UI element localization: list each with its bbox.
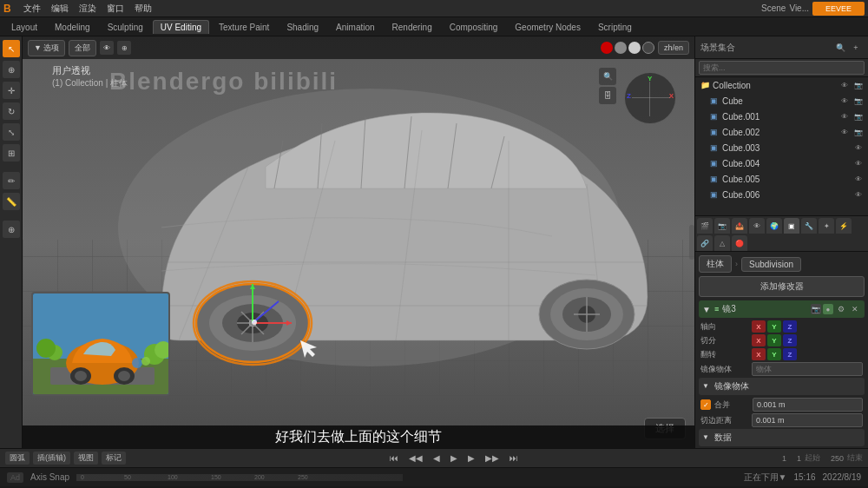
scene-search-input[interactable] [699,61,865,75]
frame-mode-btn[interactable]: 圆弧 [5,452,30,465]
outliner-add-icon[interactable]: + [849,41,863,55]
tl-play[interactable]: ▶ [447,452,461,464]
tool-move[interactable]: ✛ [3,82,20,99]
outliner-visibility-cube005[interactable]: 👁 [852,173,865,185]
outliner-visibility-collection[interactable]: 👁 [838,79,851,91]
prop-tab-constraints[interactable]: 🔗 [697,235,713,251]
outliner-item-cube002[interactable]: ▣ Cube.002 👁 📷 [695,124,868,140]
render-preview-solid[interactable] [601,42,613,54]
tl-next-frame[interactable]: ▶ [464,452,478,464]
viewport-mode-btn[interactable]: ▼ 选项 [28,40,65,56]
tool-rotate[interactable]: ↻ [3,102,20,120]
mirror-mod-settings-icon[interactable]: ⚙ [835,303,847,315]
zoom-in-btn[interactable]: 🔍 [599,68,616,85]
obj-name-btn[interactable]: 柱体 [699,255,732,273]
tab-geometry-nodes[interactable]: Geometry Nodes [507,20,589,34]
prop-tab-physics[interactable]: ⚡ [836,218,852,234]
outliner-visibility-cube002[interactable]: 👁 [838,126,851,138]
tool-add[interactable]: ⊕ [3,221,20,238]
prop-tab-output[interactable]: 📤 [732,218,747,234]
flip-z-button[interactable]: Z [783,348,797,360]
interp-mode-btn[interactable]: 插(插轴) [33,452,70,465]
prop-tab-view[interactable]: 👁 [749,218,765,234]
mirror-mod-render-icon[interactable]: ● [823,304,833,314]
add-modifier-button[interactable]: 添加修改器 [699,276,865,297]
tool-transform[interactable]: ⊞ [3,144,20,162]
tl-prev-frame[interactable]: ◀ [430,452,444,464]
lang-toggle[interactable]: zh/en [658,41,689,55]
tl-jump-end[interactable]: ⏭ [506,452,522,464]
tool-scale[interactable]: ⤡ [3,123,20,141]
outliner-render-cube[interactable]: 📷 [852,95,865,107]
outliner-visibility-cube004[interactable]: 👁 [852,157,865,169]
render-preview-3[interactable] [628,42,641,54]
marker-btn[interactable]: 标记 [102,452,126,465]
gizmo-x-axis[interactable]: X [669,92,674,100]
bisect-x-button[interactable]: X [752,334,766,346]
tab-rendering[interactable]: Rendering [385,20,440,34]
tab-sculpting[interactable]: Sculpting [100,20,151,34]
mirror-mod-camera-icon[interactable]: 📷 [811,304,821,314]
outliner-item-cube006[interactable]: ▣ Cube.006 👁 [695,187,868,199]
prop-tab-world[interactable]: 🌍 [766,218,782,234]
modifier-name-btn[interactable]: Subdivision [741,257,801,272]
outliner-item-cube[interactable]: ▣ Cube 👁 📷 [695,93,868,109]
outliner-item-collection[interactable]: 📁 Collection 👁 📷 [695,77,868,93]
outliner-item-cube001[interactable]: ▣ Cube.001 👁 📷 [695,109,868,124]
prop-tab-particles[interactable]: ✦ [819,218,834,234]
merge-value-input[interactable] [753,398,863,412]
data-section-header[interactable]: ▼ 数据 [699,429,865,446]
outliner-visibility-cube006[interactable]: 👁 [852,188,865,199]
tab-shading[interactable]: Shading [279,20,326,34]
mirror-obj-input[interactable] [752,362,863,376]
prop-tab-render[interactable]: 📷 [714,218,730,234]
tab-texture-paint[interactable]: Texture Paint [211,20,277,34]
axis-x-button[interactable]: X [752,320,766,333]
axis-z-button[interactable]: Z [783,320,797,333]
outliner-render-cube002[interactable]: 📷 [852,126,865,138]
menu-edit[interactable]: 编辑 [46,1,74,16]
vertical-scrollbar[interactable] [689,225,694,260]
viewport-gizmo-btn[interactable]: ⊕ [117,41,131,55]
bisect-z-button[interactable]: Z [783,334,797,346]
menu-render[interactable]: 渲染 [74,1,102,16]
outliner-item-cube003[interactable]: ▣ Cube.003 👁 [695,140,868,155]
mirror-obj-section[interactable]: ▼ 镜像物体 [699,378,865,395]
prop-tab-scene[interactable]: 🎬 [697,218,713,234]
prop-tab-material[interactable]: 🔴 [732,235,747,251]
prop-tab-modifier[interactable]: 🔧 [801,218,817,234]
prop-tab-data[interactable]: △ [714,235,730,251]
outliner-render-collection[interactable]: 📷 [852,79,865,91]
tool-annotate[interactable]: ✏ [3,172,20,189]
gizmo-z-axis[interactable]: Z [627,92,631,100]
menu-file[interactable]: 文件 [18,1,46,16]
viewport[interactable]: Blendergo bilibili [23,36,694,448]
tab-scripting[interactable]: Scripting [590,20,640,34]
tool-measure[interactable]: 📏 [3,193,20,210]
tool-cursor[interactable]: ⊕ [3,61,20,78]
view-bottom-btn[interactable]: 视图 [74,452,98,465]
outliner-render-cube001[interactable]: 📷 [852,110,865,122]
viewport-select-all-btn[interactable]: 全部 [69,40,96,56]
clipping-value-input[interactable] [752,413,863,427]
axis-y-button[interactable]: Y [767,320,781,333]
menu-window[interactable]: 窗口 [102,1,129,16]
render-preview-2[interactable] [615,42,627,54]
tool-select[interactable]: ↖ [3,40,20,57]
render-engine-selector[interactable]: EEVEE [812,2,865,16]
outliner-visibility-cube003[interactable]: 👁 [852,142,865,154]
tab-layout[interactable]: Layout [3,20,45,34]
outliner-item-cube005[interactable]: ▣ Cube.005 👁 [695,171,868,187]
render-preview-4[interactable] [642,42,654,54]
tl-prev-key[interactable]: ◀◀ [405,452,426,464]
tab-uv-editing[interactable]: UV Editing [153,20,209,34]
menu-help[interactable]: 帮助 [129,1,157,16]
mirror-mod-close-icon[interactable]: ✕ [849,303,861,315]
viewport-overlay-btn[interactable]: 👁 [100,41,114,55]
tab-compositing[interactable]: Compositing [442,20,506,34]
tab-modeling[interactable]: Modeling [47,20,98,34]
tl-next-key[interactable]: ▶▶ [482,452,503,464]
mirror-modifier-header[interactable]: ▼ ≡ 镜3 📷 ● ⚙ ✕ [699,300,865,318]
tl-jump-start[interactable]: ⏮ [386,452,402,464]
prop-tab-object[interactable]: ▣ [784,218,799,234]
